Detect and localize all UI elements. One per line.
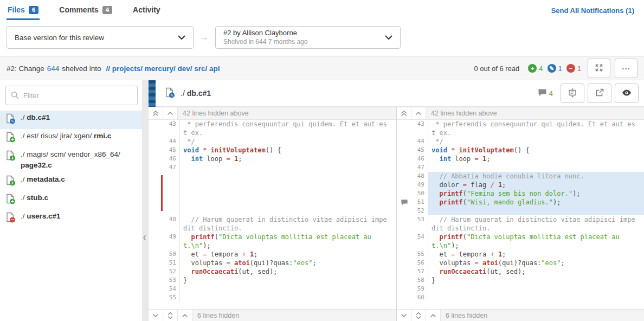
line-number: 54 (164, 285, 180, 293)
up-chevron-button[interactable] (178, 310, 192, 321)
code-line[interactable]: 44 */ (397, 137, 644, 146)
line-number: 50 (164, 250, 180, 259)
code-line[interactable]: 49 printf("Dicta voluptas mollitia est p… (149, 233, 396, 250)
line-number: 49 (164, 233, 180, 250)
line-code: et = tempora + 1; (180, 250, 396, 259)
open-file-button[interactable] (588, 84, 611, 103)
file-item-db-c-1[interactable]: ✎./ db.c#1 (0, 111, 142, 129)
code-line[interactable]: 55 (149, 293, 396, 302)
up-chevron-button[interactable] (163, 107, 178, 119)
updown-chevron-button[interactable] (163, 310, 178, 321)
diff-gap-row[interactable] (149, 172, 396, 215)
line-number: 55 (412, 250, 428, 259)
code-line[interactable]: 59 (397, 285, 644, 293)
code-line[interactable]: 43 * perferendis consequuntur qui quidem… (149, 120, 396, 137)
file-item-stub-c[interactable]: +./ stub.c (0, 191, 142, 209)
tab-files-label: Files (8, 5, 25, 14)
file-item-page32-c[interactable]: +./ magis/ scm/ vendor_x86_64/ page32.c (0, 147, 142, 172)
line-marker-cell (397, 267, 412, 276)
line-marker-cell (397, 259, 412, 267)
diff-panels: 42 lines hidden above43 * perferendis co… (149, 107, 644, 321)
up-chevron-button[interactable] (426, 310, 441, 321)
change-number-link[interactable]: 644 (47, 65, 60, 73)
filter-input[interactable] (5, 86, 138, 105)
toggle-read-button[interactable] (615, 84, 639, 103)
line-code: // Harum quaerat in distinctio vitae adi… (428, 215, 644, 233)
svg-text:✎: ✎ (11, 119, 14, 124)
line-number: 46 (412, 155, 428, 163)
code-line[interactable]: 50 et = tempora + 1; (149, 250, 396, 259)
send-all-notifications-link[interactable]: Send All Notifications (1) (551, 7, 637, 15)
line-code (428, 163, 644, 172)
code-line[interactable]: 53 // Harum quaerat in distinctio vitae … (397, 215, 644, 233)
more-options-button[interactable]: ... (615, 59, 637, 78)
base-version-dropdown[interactable]: Base version for this review (7, 26, 194, 49)
code-line[interactable]: 53} (149, 276, 396, 285)
tab-comments[interactable]: Comments 4 (58, 1, 113, 20)
code-line[interactable]: 60 (397, 293, 644, 302)
expand-fullscreen-button[interactable] (588, 59, 610, 78)
dblup-chevron-button[interactable] (149, 107, 163, 119)
line-number: 53 (164, 276, 180, 285)
line-number: 60 (412, 293, 428, 302)
code-line[interactable]: 49 dolor = flag / 1; (397, 181, 644, 189)
line-marker-cell (397, 120, 412, 137)
down-chevron-button[interactable] (397, 310, 411, 321)
line-number: 43 (412, 120, 428, 137)
up-chevron-button[interactable] (411, 107, 426, 119)
code-line[interactable]: 47 (397, 163, 644, 172)
line-marker-cell (397, 146, 412, 155)
file-item-metadata-c[interactable]: +./ metadata.c (0, 172, 142, 191)
collapse-file-button[interactable] (561, 84, 584, 103)
down-chevron-button[interactable] (149, 310, 163, 321)
tab-activity[interactable]: Activity (132, 1, 162, 20)
hidden-lines-row-below: 6 lines hidden (397, 309, 644, 321)
code-area-right: 43 * perferendis consequuntur qui quidem… (397, 120, 644, 309)
code-line[interactable]: 47 (149, 163, 396, 172)
file-progress-indicator[interactable] (149, 80, 156, 107)
code-line[interactable]: 50 printf("Femina sem bis non dolor."); (397, 189, 644, 198)
svg-text:+: + (10, 198, 15, 204)
code-line[interactable]: 46 int loop = 1; (397, 155, 644, 163)
sidebar-resize-gutter[interactable]: ❮ (142, 80, 148, 321)
line-marker-cell (397, 285, 412, 293)
version-selector-row: Base version for this review → #2 by All… (0, 21, 644, 56)
line-code: // Abbatia hodie conubia litora nunc. (428, 172, 644, 181)
code-line[interactable]: 58} (397, 276, 644, 285)
code-line[interactable]: 51 printf("Wisi, mando gladius."); (397, 198, 644, 207)
target-version-dropdown[interactable]: #2 by Allison Clayborne Shelved in 644 7… (215, 26, 401, 49)
updown-chevron-button[interactable] (411, 310, 426, 321)
code-line[interactable]: 51 voluptas = atoi(qui)?quas:"eos"; (149, 259, 396, 267)
line-code (180, 285, 396, 293)
dblup-chevron-button[interactable] (397, 107, 411, 119)
code-line[interactable]: 46 int loop = 1; (149, 155, 396, 163)
file-item-rmi-c[interactable]: +./ est/ risus/ jira/ xgen/ rmi.c (0, 129, 142, 147)
file-item-users-c-1[interactable]: −./ users.c#1 (0, 209, 142, 228)
line-code (428, 207, 644, 215)
line-code: int loop = 1; (180, 155, 396, 163)
code-line[interactable]: 54 printf("Dicta voluptas mollitia est p… (397, 233, 644, 250)
svg-text:+: + (10, 180, 15, 185)
file-list-sidebar: ✎./ db.c#1+./ est/ risus/ jira/ xgen/ rm… (0, 80, 142, 321)
line-code (428, 285, 644, 293)
code-line[interactable]: 48 // Abbatia hodie conubia litora nunc. (397, 172, 644, 181)
code-line[interactable]: 52 runOccaecati(ut, sed); (149, 267, 396, 276)
line-marker-cell (397, 172, 412, 181)
code-line[interactable]: 45void * initVoluptatem() { (397, 146, 644, 155)
code-line[interactable]: 43 * perferendis consequuntur qui quidem… (397, 120, 644, 137)
code-line[interactable]: 57 runOccaecati(ut, sed); (397, 267, 644, 276)
line-code: // Harum quaerat in distinctio vitae adi… (180, 215, 396, 233)
code-line[interactable]: 44 */ (149, 137, 396, 146)
code-line[interactable]: 48 // Harum quaerat in distinctio vitae … (149, 215, 396, 233)
code-line[interactable]: 45void * initVoluptatem() { (149, 146, 396, 155)
code-line[interactable]: 56 voluptas = atoi(qui)?quas:"eos"; (397, 259, 644, 267)
collapse-sidebar-icon[interactable]: ❮ (143, 235, 147, 240)
code-line[interactable]: 52 (397, 207, 644, 215)
tab-files[interactable]: Files 6 (7, 1, 40, 20)
line-code (180, 293, 396, 302)
code-line[interactable]: 54 (149, 285, 396, 293)
line-number: 59 (412, 285, 428, 293)
line-marker-cell (397, 137, 412, 146)
code-line[interactable]: 55 et = tempora + 1; (397, 250, 644, 259)
depot-path-link[interactable]: // projects/ mercury/ dev/ src/ api (106, 65, 220, 73)
